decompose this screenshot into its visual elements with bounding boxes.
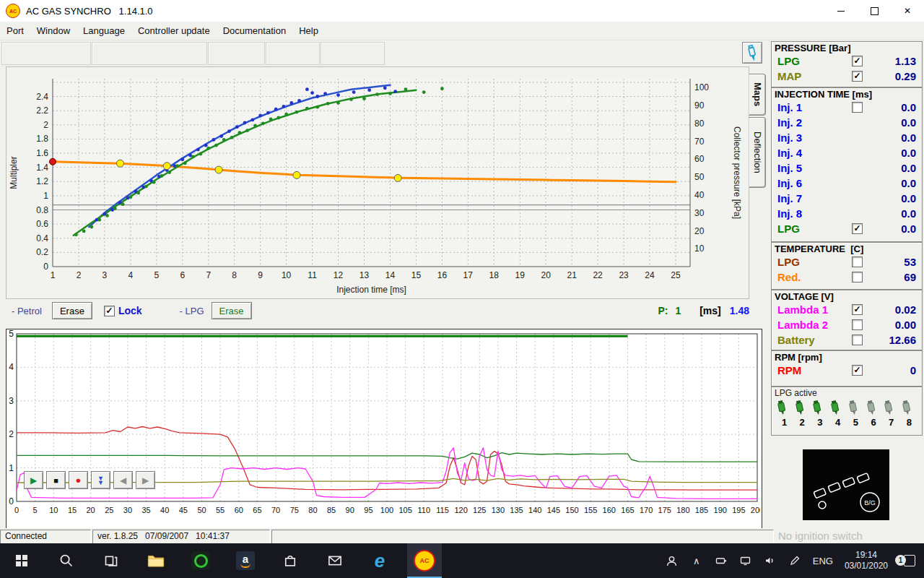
people-icon[interactable] [666,554,679,567]
injector-icon [847,400,859,417]
injector-icon [883,400,894,417]
ac-logo-icon: AC [414,550,435,571]
svg-text:145: 145 [547,506,560,514]
windows-logo-icon [16,555,27,566]
amazon-button[interactable]: a [228,543,263,578]
store-button[interactable] [273,543,308,578]
svg-text:20: 20 [694,226,705,236]
pen-icon[interactable] [788,554,801,567]
clock-time: 19:14 [845,550,888,561]
telemetry-value: 0 [867,364,916,376]
double-down-icon: ▼▼ [97,476,104,485]
svg-text:65: 65 [253,506,261,514]
injector-number: 3 [811,417,828,428]
svg-text:21: 21 [567,270,578,280]
injector-5: 5 [847,400,864,428]
svg-text:140: 140 [528,506,541,514]
task-view-button[interactable] [94,543,128,578]
svg-text:0: 0 [14,506,19,514]
svg-text:20: 20 [86,506,95,514]
system-tray: ∧ ENG [666,543,924,578]
telemetry-row-lpg: LPG53 [772,254,922,269]
svg-text:165: 165 [621,506,634,514]
tab-deflection[interactable]: Deflection [749,117,766,188]
start-button[interactable] [4,543,39,578]
telemetry-checkbox[interactable] [852,256,863,267]
file-explorer-button[interactable] [139,543,173,578]
menu-window[interactable]: Window [30,23,77,38]
svg-text:30: 30 [123,506,132,514]
telemetry-checkbox[interactable]: ✓ [852,365,863,376]
telemetry-checkbox[interactable]: ✓ [852,223,863,234]
connection-status: Connected [0,530,91,544]
hidden-icons-chevron[interactable]: ∧ [690,554,703,567]
edge-button[interactable]: e [362,543,397,578]
injector-7: 7 [883,400,899,428]
action-center-icon [904,555,915,566]
svg-text:8: 8 [232,270,237,280]
svg-text:0.6: 0.6 [36,219,48,229]
svg-text:135: 135 [510,506,523,514]
battery-icon[interactable] [715,554,728,567]
display-cast-icon[interactable] [739,554,752,567]
telemetry-value: 0.0 [867,177,916,189]
injector-tool-button[interactable] [742,42,762,64]
menu-port[interactable]: Port [0,23,30,38]
lock-checkbox[interactable]: ✓ [104,306,115,316]
telemetry-checkbox[interactable] [852,335,863,345]
svg-text:40: 40 [160,506,169,514]
scope-chart[interactable]: 0123450510152025303540455055606570758085… [6,329,760,527]
search-button[interactable] [49,543,84,578]
telemetry-value: 12.66 [867,334,916,346]
ac-gas-synchro-taskbar-button[interactable]: AC [407,543,442,578]
svg-text:Collector pressure [kPa]: Collector pressure [kPa] [732,126,742,219]
telemetry-checkbox[interactable]: ✓ [852,56,863,66]
petrol-erase-button[interactable]: Erase [52,302,92,319]
svg-text:195: 195 [732,506,745,514]
collapse-button[interactable]: ▼▼ [91,471,110,489]
camera-app-button[interactable] [183,543,218,578]
svg-text:150: 150 [565,506,578,514]
toolbar-panel [266,42,320,65]
clock[interactable]: 19:14 03/01/2020 [845,550,888,571]
svg-text:1: 1 [9,463,14,473]
telemetry-checkbox[interactable] [852,102,863,113]
next-button[interactable]: ▶ [136,471,155,489]
lpg-erase-button[interactable]: Erase [212,302,252,319]
telemetry-checkbox[interactable]: ✓ [852,71,863,82]
telemetry-checkbox[interactable] [852,319,863,330]
play-button[interactable]: ▶ [24,471,43,489]
ms-value: 1.48 [730,305,749,316]
svg-text:25: 25 [671,270,681,280]
menu-language[interactable]: Language [77,23,131,38]
svg-text:15: 15 [411,270,422,280]
language-indicator[interactable]: ENG [813,556,833,566]
petrol-gas-switch-display[interactable]: B/G [803,449,889,520]
svg-text:90: 90 [346,506,354,514]
map-chart[interactable]: 00.20.40.60.811.21.41.61.822.22.41020304… [6,67,749,298]
volume-icon[interactable] [764,554,777,567]
injector-1: 1 [776,400,793,428]
svg-text:4: 4 [128,270,134,280]
telemetry-label: Inj. 8 [777,207,852,220]
stop-button[interactable]: ■ [46,471,66,489]
injector-number: 7 [883,417,899,428]
svg-text:190: 190 [714,506,727,514]
notification-button[interactable]: 1 [899,554,915,567]
telemetry-value: 0.02 [867,303,916,316]
menu-help[interactable]: Help [292,23,325,38]
prev-button[interactable]: ◀ [113,471,133,489]
telemetry-checkbox[interactable] [852,272,863,282]
menu-controller-update[interactable]: Controller update [131,23,217,38]
taskbar: a e AC [0,543,924,578]
mail-button[interactable] [318,543,352,578]
telemetry-row-inj-5: Inj. 50.0 [772,160,922,176]
record-button[interactable]: ● [69,471,88,489]
tab-maps[interactable]: Maps [749,74,766,116]
svg-text:130: 130 [492,506,505,514]
svg-text:110: 110 [418,506,431,514]
telemetry-checkbox[interactable]: ✓ [852,304,863,315]
menu-documentation[interactable]: Documentation [217,23,292,38]
switch-display-graphic: B/G [803,449,889,520]
svg-text:10: 10 [49,506,58,514]
